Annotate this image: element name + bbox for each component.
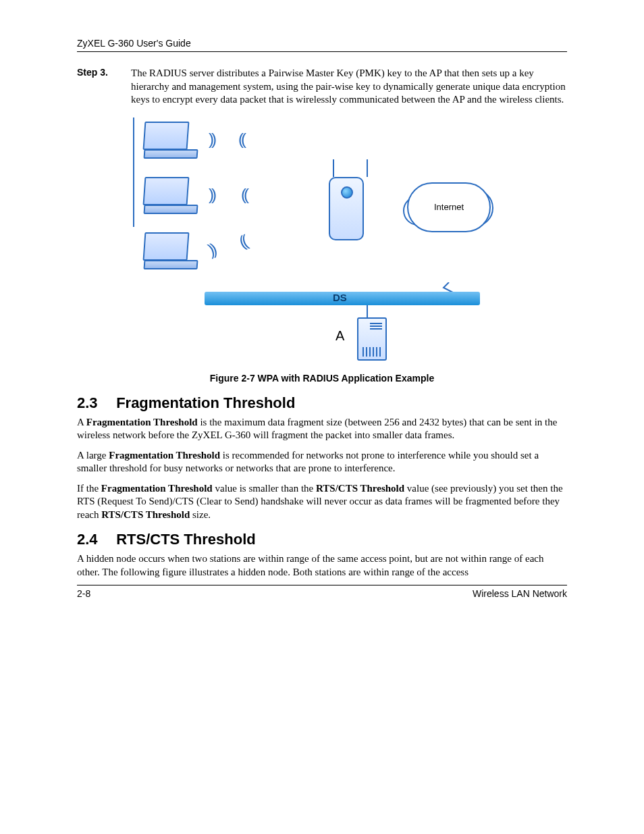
radio-waves-icon: (( bbox=[241, 185, 246, 204]
server-icon bbox=[357, 317, 387, 361]
text: A bbox=[77, 417, 86, 427]
figure-caption: Figure 2-7 WPA with RADIUS Application E… bbox=[119, 373, 525, 384]
header-title: ZyXEL G-360 User's Guide bbox=[77, 38, 191, 49]
bold-text: Fragmentation Threshold bbox=[101, 483, 213, 494]
wire-icon bbox=[367, 305, 368, 319]
step-label: Step 3. bbox=[77, 67, 119, 107]
internet-cloud-icon: Internet bbox=[407, 182, 491, 232]
wire-icon bbox=[133, 118, 134, 170]
laptop-icon bbox=[144, 177, 202, 219]
heading-number: 2.3 bbox=[77, 394, 112, 412]
text: A large bbox=[77, 450, 109, 461]
heading-title: RTS/CTS Threshold bbox=[116, 531, 256, 548]
radio-waves-icon: (( bbox=[236, 232, 248, 251]
text: size. bbox=[190, 509, 211, 520]
radio-waves-icon: )) bbox=[209, 185, 214, 204]
heading-2-4: 2.4 RTS/CTS Threshold bbox=[77, 531, 567, 548]
heading-title: Fragmentation Threshold bbox=[116, 394, 295, 411]
access-point-icon bbox=[329, 166, 372, 240]
bold-text: RTS/CTS Threshold bbox=[316, 483, 404, 494]
text: value is smaller than the bbox=[213, 483, 316, 494]
footer-section: Wireless LAN Network bbox=[473, 588, 567, 599]
bold-text: RTS/CTS Threshold bbox=[101, 509, 190, 520]
bold-text: Fragmentation Threshold bbox=[109, 450, 220, 461]
server-label: A bbox=[336, 328, 344, 344]
heading-number: 2.4 bbox=[77, 531, 112, 548]
laptop-icon bbox=[144, 232, 202, 274]
page-header: ZyXEL G-360 User's Guide bbox=[77, 38, 567, 52]
radio-waves-icon: )) bbox=[205, 240, 217, 259]
page-number: 2-8 bbox=[77, 588, 90, 599]
internet-label: Internet bbox=[434, 202, 464, 212]
ds-label: DS bbox=[333, 292, 347, 303]
wire-icon bbox=[133, 170, 134, 227]
wpa-radius-diagram: )) (( )) (( )) (( Internet DS A bbox=[133, 118, 511, 367]
laptop-icon bbox=[144, 122, 202, 163]
text: A hidden node occurs when two stations a… bbox=[77, 553, 543, 577]
paragraph: A large Fragmentation Threshold is recom… bbox=[77, 449, 567, 475]
figure-2-7: )) (( )) (( )) (( Internet DS A bbox=[119, 118, 525, 384]
step-3-row: Step 3. The RADIUS server distributes a … bbox=[77, 67, 567, 107]
paragraph: If the Fragmentation Threshold value is … bbox=[77, 482, 567, 522]
step-text: The RADIUS server distributes a Pairwise… bbox=[131, 67, 567, 107]
bold-text: Fragmentation Threshold bbox=[86, 417, 198, 427]
page-footer: 2-8 Wireless LAN Network bbox=[77, 585, 567, 599]
paragraph: A hidden node occurs when two stations a… bbox=[77, 552, 567, 579]
paragraph: A Fragmentation Threshold is the maximum… bbox=[77, 416, 567, 442]
text: If the bbox=[77, 483, 101, 494]
radio-waves-icon: (( bbox=[238, 130, 244, 149]
radio-waves-icon: )) bbox=[209, 130, 214, 149]
heading-2-3: 2.3 Fragmentation Threshold bbox=[77, 394, 567, 412]
